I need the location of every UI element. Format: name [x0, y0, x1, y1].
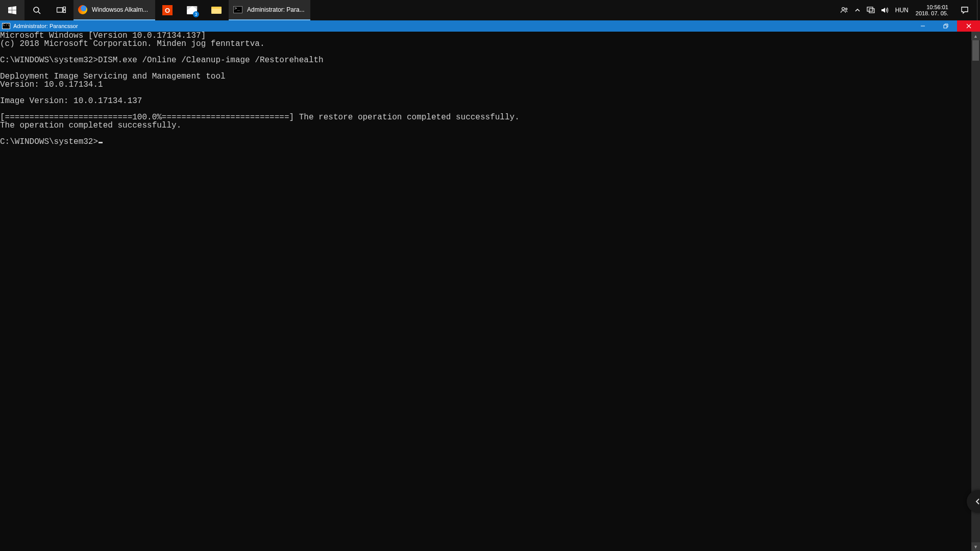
svg-rect-3: [63, 7, 66, 10]
system-tray: HUN 10:56:01 2018. 07. 05.: [837, 0, 980, 20]
svg-rect-4: [63, 10, 66, 13]
clock-date: 2018. 07. 05.: [916, 10, 948, 16]
cmd-titlebar-icon: [2, 23, 10, 29]
minimize-button[interactable]: [911, 20, 934, 32]
tray-language-button[interactable]: HUN: [892, 0, 912, 20]
svg-point-0: [34, 7, 39, 12]
windows-logo-icon: [8, 6, 16, 14]
taskbar-app-label: Windowsos Alkalm...: [92, 6, 151, 13]
action-center-button[interactable]: [952, 0, 977, 20]
tray-overflow-button[interactable]: [851, 0, 864, 20]
svg-rect-7: [867, 7, 873, 11]
vertical-scrollbar[interactable]: ▲ ▼: [971, 32, 980, 551]
tray-volume-button[interactable]: [878, 0, 892, 20]
tray-project-button[interactable]: [864, 0, 878, 20]
window-title: Administrator: Parancssor: [13, 23, 911, 29]
taskbar-app-label: Administrator: Para...: [247, 6, 306, 13]
taskbar-app-explorer[interactable]: [204, 0, 229, 20]
firefox-icon: [78, 5, 88, 15]
chevron-left-icon: [974, 497, 980, 506]
maximize-button[interactable]: [934, 20, 957, 32]
taskbar-app-mail[interactable]: 3: [180, 0, 204, 20]
cmd-icon: [233, 5, 243, 15]
taskbar-app-firefox[interactable]: Windowsos Alkalm...: [74, 0, 155, 20]
close-button[interactable]: [957, 20, 980, 32]
svg-rect-8: [869, 9, 874, 13]
language-label: HUN: [895, 7, 909, 14]
project-icon: [867, 7, 875, 14]
people-button[interactable]: [837, 0, 851, 20]
svg-point-5: [842, 8, 844, 10]
mail-badge: 3: [193, 11, 199, 17]
titlebar[interactable]: Administrator: Parancssor: [0, 20, 980, 32]
file-explorer-icon: [211, 5, 222, 15]
scroll-down-button[interactable]: ▼: [971, 542, 980, 551]
scrollbar-thumb[interactable]: [972, 40, 979, 61]
taskbar-app-office[interactable]: O: [155, 0, 180, 20]
volume-icon: [881, 7, 889, 14]
task-view-button[interactable]: [49, 0, 74, 20]
scroll-up-button[interactable]: ▲: [971, 32, 980, 40]
taskbar: Windowsos Alkalm... O 3 Administrator: P…: [0, 0, 980, 20]
clock-time: 10:56:01: [926, 4, 948, 10]
search-button[interactable]: [24, 0, 49, 20]
svg-line-1: [38, 12, 40, 14]
people-icon: [840, 6, 848, 14]
svg-rect-2: [57, 8, 63, 12]
start-button[interactable]: [0, 0, 24, 20]
window-controls: [911, 20, 980, 32]
close-icon: [966, 23, 971, 29]
taskbar-app-cmd[interactable]: Administrator: Para...: [229, 0, 310, 20]
minimize-icon: [920, 23, 925, 29]
scrollbar-track[interactable]: [971, 40, 980, 542]
notification-icon: [961, 6, 969, 14]
svg-point-6: [845, 8, 847, 10]
show-desktop-button[interactable]: [977, 0, 980, 20]
console-area: Microsoft Windows [Version 10.0.17134.13…: [0, 32, 980, 551]
mail-icon: 3: [187, 5, 197, 15]
console-output[interactable]: Microsoft Windows [Version 10.0.17134.13…: [0, 32, 971, 551]
text-cursor: [99, 142, 103, 143]
restore-icon: [943, 23, 948, 29]
search-icon: [33, 6, 41, 14]
cmd-window: Administrator: Parancssor Microsoft Wind…: [0, 20, 980, 551]
tray-clock[interactable]: 10:56:01 2018. 07. 05.: [912, 0, 952, 20]
svg-rect-10: [944, 25, 947, 28]
office-icon: O: [162, 5, 173, 15]
task-view-icon: [57, 7, 66, 14]
taskbar-spacer: [310, 0, 837, 20]
chevron-up-icon: [854, 7, 861, 13]
